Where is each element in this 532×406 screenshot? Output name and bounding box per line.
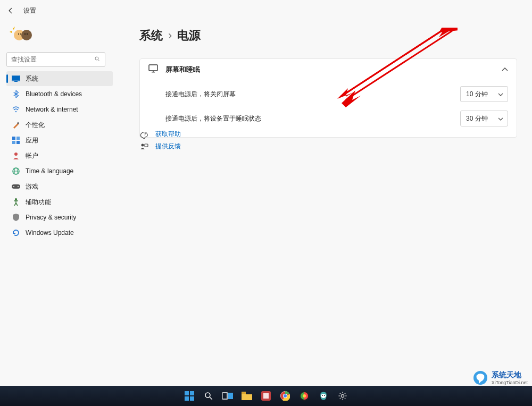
system-icon — [12, 74, 20, 83]
sidebar-item-network[interactable]: Network & internet — [6, 102, 113, 117]
svg-rect-45 — [263, 393, 269, 399]
app-icon-1[interactable] — [259, 389, 273, 403]
globe-icon — [12, 167, 20, 175]
sidebar-item-privacy[interactable]: Privacy & security — [6, 210, 113, 225]
sidebar-item-personalization[interactable]: 个性化 — [6, 117, 113, 132]
accessibility-icon — [12, 198, 20, 206]
sidebar-item-bluetooth[interactable]: Bluetooth & devices — [6, 87, 113, 102]
sidebar-label: Network & internet — [26, 106, 78, 113]
svg-text:?: ? — [144, 132, 146, 137]
svg-point-24 — [15, 198, 17, 200]
svg-rect-13 — [12, 137, 15, 140]
person-icon — [12, 151, 20, 160]
app-icon-3[interactable] — [317, 389, 330, 403]
breadcrumb-root[interactable]: 系统 — [139, 28, 163, 44]
help-icon: ? — [139, 130, 149, 139]
sidebar-item-time-language[interactable]: Time & language — [6, 164, 113, 179]
sidebar-label: 个性化 — [26, 121, 45, 130]
svg-rect-41 — [222, 393, 227, 399]
sidebar-item-system[interactable]: 系统 — [6, 71, 113, 86]
svg-point-29 — [142, 143, 144, 146]
sidebar-item-apps[interactable]: 应用 — [6, 133, 113, 148]
feedback-link[interactable]: 提供反馈 — [155, 142, 181, 151]
svg-rect-43 — [242, 392, 246, 394]
sidebar-item-gaming[interactable]: 游戏 — [6, 179, 113, 194]
app-icon-2[interactable] — [297, 389, 311, 403]
svg-rect-37 — [185, 396, 189, 401]
chevron-down-icon — [498, 115, 503, 122]
sidebar-item-accessibility[interactable]: 辅助功能 — [6, 194, 113, 209]
monitor-icon — [148, 64, 158, 74]
svg-rect-35 — [185, 391, 189, 395]
sidebar-label: Privacy & security — [26, 214, 76, 221]
update-icon — [12, 229, 20, 237]
watermark: 系统天地 XiTongTianDi.net — [472, 370, 528, 386]
search-input[interactable]: 查找设置 — [6, 52, 105, 67]
svg-rect-36 — [190, 391, 194, 395]
svg-point-55 — [341, 394, 344, 397]
screen-sleep-card: 屏幕和睡眠 接通电源后，将关闭屏幕 10 分钟 接通电源后，将设备置于睡眠状态 — [139, 58, 517, 138]
sidebar-label: 辅助功能 — [26, 198, 51, 207]
svg-point-4 — [24, 33, 26, 35]
get-help-link[interactable]: 获取帮助 — [155, 130, 181, 139]
chevron-up-icon — [502, 65, 508, 73]
card-header-toggle[interactable]: 屏幕和睡眠 — [140, 59, 517, 80]
sidebar-label: 系统 — [26, 74, 38, 83]
sidebar-item-windows-update[interactable]: Windows Update — [6, 225, 113, 240]
feedback-icon — [139, 142, 149, 151]
svg-rect-25 — [149, 65, 157, 71]
svg-point-52 — [321, 394, 326, 398]
screen-off-row: 接通电源后，将关闭屏幕 10 分钟 — [140, 82, 517, 106]
svg-point-11 — [15, 111, 16, 112]
card-title: 屏幕和睡眠 — [165, 65, 200, 74]
select-value: 10 分钟 — [466, 90, 488, 99]
svg-line-40 — [210, 397, 212, 400]
sidebar-label: Time & language — [26, 167, 73, 175]
window-title: 设置 — [23, 6, 36, 15]
user-avatar[interactable] — [10, 24, 36, 46]
svg-point-22 — [13, 186, 14, 187]
chrome-icon[interactable] — [278, 389, 292, 403]
taskbar — [0, 386, 532, 406]
svg-point-5 — [27, 33, 28, 35]
svg-rect-26 — [152, 72, 155, 72]
back-button[interactable] — [4, 4, 17, 17]
svg-point-6 — [95, 57, 98, 60]
svg-point-51 — [303, 394, 306, 397]
task-view-icon[interactable] — [221, 389, 235, 403]
sidebar-label: Windows Update — [26, 229, 74, 236]
sidebar-label: Bluetooth & devices — [26, 90, 82, 98]
svg-rect-14 — [16, 137, 20, 140]
svg-point-23 — [18, 186, 19, 187]
search-placeholder: 查找设置 — [11, 55, 37, 64]
select-value: 30 分钟 — [466, 114, 488, 123]
svg-rect-42 — [228, 393, 233, 399]
screen-off-select[interactable]: 10 分钟 — [460, 86, 508, 102]
shield-icon — [12, 213, 20, 222]
svg-rect-30 — [145, 144, 148, 147]
svg-point-1 — [21, 30, 32, 40]
breadcrumb: 系统 › 电源 — [139, 28, 201, 44]
sidebar-label: 帐户 — [26, 151, 38, 160]
svg-rect-10 — [14, 81, 18, 82]
settings-taskbar-icon[interactable] — [336, 389, 350, 403]
file-explorer-icon[interactable] — [240, 389, 254, 403]
sleep-row: 接通电源后，将设备置于睡眠状态 30 分钟 — [140, 106, 517, 131]
chevron-right-icon: › — [168, 29, 172, 43]
svg-point-54 — [324, 395, 325, 396]
watermark-icon — [472, 370, 488, 386]
row-label: 接通电源后，将关闭屏幕 — [165, 90, 236, 99]
brush-icon — [12, 121, 20, 129]
start-button[interactable] — [182, 389, 196, 403]
sidebar-item-accounts[interactable]: 帐户 — [6, 148, 113, 163]
wifi-icon — [12, 105, 20, 114]
svg-rect-15 — [12, 141, 15, 144]
svg-rect-16 — [16, 141, 20, 144]
svg-point-2 — [18, 33, 19, 35]
sleep-select[interactable]: 30 分钟 — [460, 111, 508, 126]
chevron-down-icon — [498, 90, 503, 98]
sidebar-label: 应用 — [26, 136, 38, 145]
taskbar-search-icon[interactable] — [202, 389, 215, 403]
svg-line-7 — [98, 60, 100, 61]
svg-point-39 — [205, 393, 210, 397]
